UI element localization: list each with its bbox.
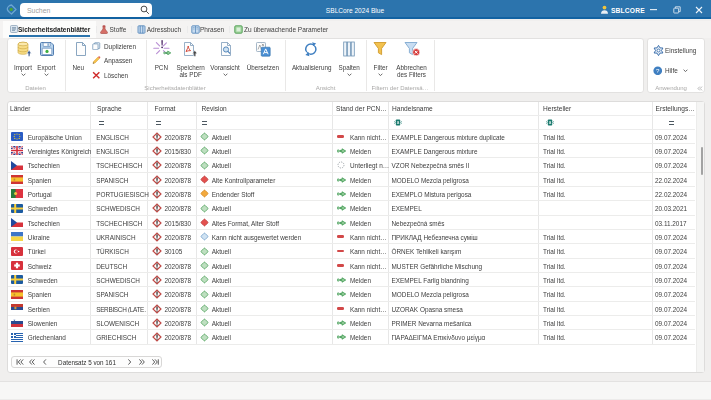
svg-text:?: ? — [656, 66, 660, 73]
